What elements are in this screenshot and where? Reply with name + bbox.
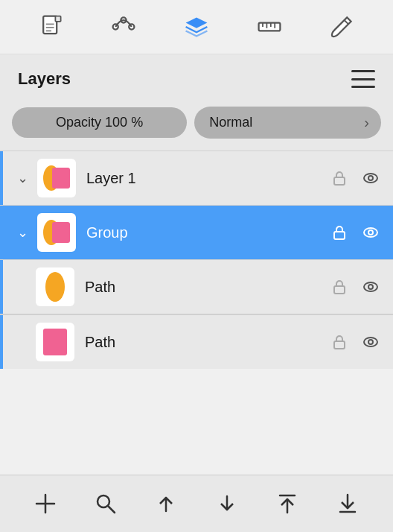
rect-shape-preview [52, 168, 70, 189]
layer1-name: Layer 1 [86, 170, 329, 187]
move-up-button[interactable] [150, 487, 182, 520]
layer1-thumbnail [37, 159, 76, 197]
layers-panel: Layers Opacity 100 % Normal › ⌄ Layer 1 [0, 54, 393, 369]
oval-shape-preview [45, 272, 65, 302]
pen-tool-button[interactable] [107, 10, 140, 43]
svg-point-19 [368, 230, 373, 235]
svg-rect-23 [334, 341, 345, 349]
svg-rect-1 [55, 16, 60, 22]
path1-visibility-button[interactable] [360, 276, 381, 297]
group-name: Group [86, 224, 329, 241]
path2-thumbnail [36, 323, 74, 361]
blend-mode-control[interactable]: Normal › [194, 107, 381, 139]
svg-point-21 [364, 282, 377, 291]
path2-lock-button[interactable] [329, 332, 350, 352]
layers-tool-button[interactable] [180, 10, 213, 43]
svg-point-25 [368, 340, 373, 344]
group-expand-button[interactable]: ⌄ [12, 222, 33, 243]
svg-point-18 [364, 228, 377, 237]
move-to-top-button[interactable] [271, 487, 304, 520]
layers-header: Layers [0, 54, 393, 101]
group-visibility-button[interactable] [360, 222, 381, 243]
layer-list: ⌄ Layer 1 [0, 151, 393, 369]
layer1-visibility-button[interactable] [360, 168, 381, 189]
svg-line-29 [108, 506, 115, 513]
search-button[interactable] [89, 487, 122, 520]
group-thumbnail [37, 213, 76, 252]
layers-title: Layers [18, 69, 71, 89]
path2-actions [329, 332, 381, 352]
path1-lock-button[interactable] [329, 276, 350, 297]
layer1-actions [329, 168, 381, 189]
bottom-toolbar [0, 475, 393, 532]
path2-visibility-button[interactable] [360, 332, 381, 352]
add-layer-button[interactable] [29, 487, 62, 520]
ruler-tool-button[interactable] [253, 10, 286, 43]
blend-mode-chevron: › [364, 114, 369, 131]
svg-point-15 [364, 174, 377, 183]
svg-rect-14 [334, 177, 345, 185]
top-toolbar [0, 0, 393, 54]
rect-shape-preview [43, 329, 67, 355]
svg-rect-8 [258, 23, 280, 31]
svg-point-22 [368, 285, 373, 289]
chevron-down-icon: ⌄ [17, 224, 28, 241]
blend-mode-label: Normal [209, 115, 252, 130]
opacity-control[interactable]: Opacity 100 % [12, 107, 187, 138]
document-tool-button[interactable] [35, 10, 68, 43]
svg-rect-17 [334, 232, 345, 239]
group-actions [329, 222, 381, 243]
layer1-expand-button[interactable]: ⌄ [12, 168, 33, 189]
path1-thumbnail [36, 267, 74, 306]
path1-actions [329, 276, 381, 297]
svg-point-16 [368, 176, 373, 180]
move-to-bottom-button[interactable] [331, 487, 364, 520]
path1-name: Path [85, 279, 329, 296]
controls-row: Opacity 100 % Normal › [0, 101, 393, 151]
paintbrush-tool-button[interactable] [325, 10, 358, 43]
svg-point-24 [364, 338, 377, 346]
chevron-down-icon: ⌄ [17, 170, 28, 186]
layer1-lock-button[interactable] [329, 168, 350, 189]
move-down-button[interactable] [211, 487, 243, 520]
path2-name: Path [85, 334, 329, 351]
svg-rect-20 [334, 286, 345, 294]
path1-row[interactable]: Path [0, 259, 393, 314]
path2-row[interactable]: Path [0, 314, 393, 369]
layer-row[interactable]: ⌄ Layer 1 [0, 151, 393, 205]
group-lock-button[interactable] [329, 222, 350, 243]
rect-shape-preview [52, 222, 70, 243]
group-row[interactable]: ⌄ Group [0, 205, 393, 259]
layers-menu-button[interactable] [351, 70, 375, 88]
